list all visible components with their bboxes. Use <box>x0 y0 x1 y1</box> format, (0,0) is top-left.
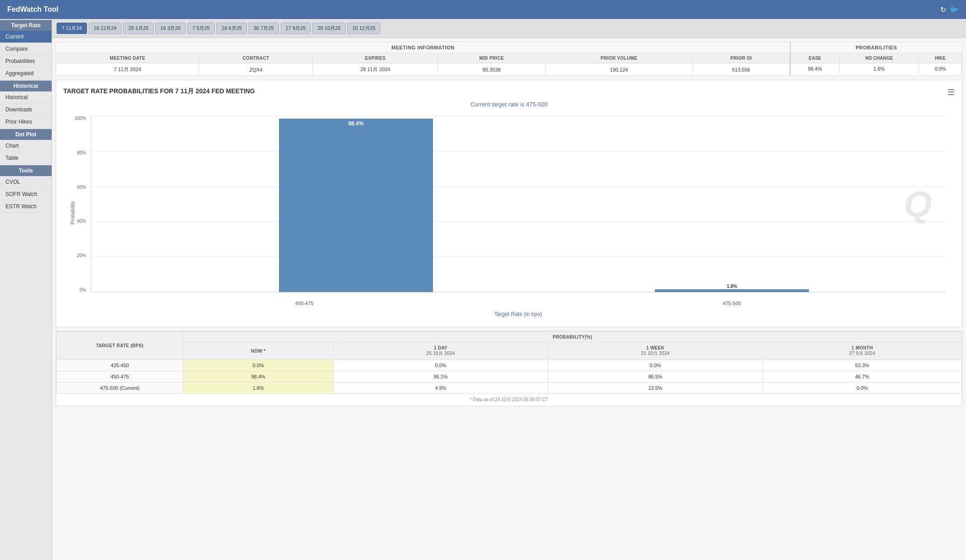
sidebar-item-table[interactable]: Table <box>0 152 52 164</box>
col-now: NOW * <box>183 343 334 360</box>
week1-475-500: 13.5% <box>548 383 763 394</box>
grid-60 <box>91 187 946 187</box>
sidebar-item-probabilities[interactable]: Probabilities <box>0 55 52 67</box>
hike-cell: 0.0% <box>919 63 962 75</box>
tab-bar: 7 11月24 18 12月24 29 1月25 19 3月25 7 5月25 … <box>52 19 966 38</box>
ease-cell: 98.4% <box>791 63 839 75</box>
now-450-475: 98.4% <box>183 371 334 383</box>
bar-450-475: 98.4% <box>279 119 433 292</box>
x-axis-labels: 450-475 475-500 <box>91 301 946 306</box>
hamburger-icon[interactable]: ☰ <box>947 87 955 97</box>
table-row-450-475: 450-475 98.4% 95.1% 86.5% 46.7% <box>57 371 962 383</box>
tab-sep25[interactable]: 17 9月25 <box>281 23 311 34</box>
col-1day: 1 DAY25 10月 2024 <box>333 343 548 360</box>
col-prior-volume: PRIOR VOLUME <box>545 53 692 63</box>
table-row-425-450: 425-450 0.0% 0.0% 0.0% 53.3% <box>57 360 962 371</box>
bar-450-475-label: 98.4% <box>348 120 364 127</box>
y-label-100: 100% <box>74 116 86 121</box>
tab-dec24[interactable]: 18 12月24 <box>89 23 122 34</box>
y-label-80: 80% <box>77 150 86 155</box>
col-hike: HIKE <box>919 53 962 63</box>
sidebar: Target Rate Current Compare Probabilitie… <box>0 19 52 560</box>
refresh-icon[interactable]: ↻ <box>940 5 946 14</box>
probabilities-panel: PROBABILITIES EASE NO CHANGE HIKE 98.4% … <box>790 42 962 76</box>
meeting-table: MEETING DATE CONTRACT EXPIRES MID PRICE … <box>56 53 790 76</box>
sidebar-item-cvol[interactable]: CVOL <box>0 176 52 188</box>
col-contract: CONTRACT <box>199 53 313 63</box>
main-layout: Target Rate Current Compare Probabilitie… <box>0 19 966 560</box>
rate-475-500: 475-500 (Current) <box>57 383 183 394</box>
day1-475-500: 4.9% <box>333 383 548 394</box>
q-watermark: Q <box>904 183 932 225</box>
y-label-0: 0% <box>80 287 86 292</box>
sidebar-item-sofr-watch[interactable]: SOFR Watch <box>0 188 52 201</box>
chart-area: 98.4% 1.6% Q <box>91 116 946 292</box>
sidebar-section-target-rate[interactable]: Target Rate <box>0 20 52 31</box>
probabilities-header: PROBABILITIES <box>791 42 962 53</box>
tab-jun25[interactable]: 18 6月25 <box>216 23 247 34</box>
tab-mar25[interactable]: 19 3月25 <box>155 23 186 34</box>
tab-oct25[interactable]: 29 10月25 <box>312 23 346 34</box>
sidebar-item-downloads[interactable]: Downloads <box>0 104 52 116</box>
meeting-info-panel: MEETING INFORMATION MEETING DATE CONTRAC… <box>56 42 790 76</box>
x-label-475-500: 475-500 <box>723 301 741 306</box>
sidebar-item-prior-hikes[interactable]: Prior Hikes <box>0 116 52 128</box>
no-change-cell: 1.6% <box>839 63 919 75</box>
x-label-450-475: 450-475 <box>295 301 313 306</box>
grid-80 <box>91 151 946 152</box>
sidebar-item-current[interactable]: Current <box>0 31 52 43</box>
col-1week: 1 WEEK21 10月 2024 <box>548 343 763 360</box>
contract-cell: ZQX4 <box>199 63 313 76</box>
meeting-section: MEETING INFORMATION MEETING DATE CONTRAC… <box>56 42 962 76</box>
probability-table-section: TARGET RATE (BPS) PROBABILITY(%) NOW * 1… <box>56 331 962 406</box>
chart-title: TARGET RATE PROBABILITIES FOR 7 11月 2024… <box>63 87 255 96</box>
sidebar-item-aggregated[interactable]: Aggregated <box>0 67 52 80</box>
rate-450-475: 450-475 <box>57 371 183 383</box>
tab-dec25[interactable]: 10 12月25 <box>347 23 380 34</box>
y-label-40: 40% <box>77 219 86 224</box>
twitter-icon[interactable]: 🐦 <box>950 5 959 14</box>
sidebar-section-historical[interactable]: Historical <box>0 81 52 91</box>
expires-cell: 29 11月 2024 <box>313 63 438 76</box>
meeting-table-row: 7 11月 2024 ZQX4 29 11月 2024 95.3538 100,… <box>56 63 790 76</box>
grid-20 <box>91 257 946 257</box>
y-axis-labels: 100% 80% 60% 40% 20% 0% <box>63 116 88 292</box>
prob-table: EASE NO CHANGE HIKE 98.4% 1.6% 0.0% <box>791 53 962 74</box>
prior-oi-cell: 513,556 <box>692 63 789 76</box>
col-mid-price: MID PRICE <box>438 53 545 63</box>
chart-header-row: TARGET RATE PROBABILITIES FOR 7 11月 2024… <box>63 87 955 97</box>
grid-100 <box>91 116 946 116</box>
probability-header: PROBABILITY(%) <box>183 332 962 343</box>
day1-425-450: 0.0% <box>333 360 548 371</box>
tab-may25[interactable]: 7 5月25 <box>187 23 215 34</box>
sidebar-item-chart[interactable]: Chart <box>0 140 52 152</box>
sidebar-section-dot-plot[interactable]: Dot Plot <box>0 129 52 140</box>
col-meeting-date: MEETING DATE <box>56 53 199 63</box>
col-ease: EASE <box>791 53 839 63</box>
table-row-475-500: 475-500 (Current) 1.6% 4.9% 13.5% 0.0% <box>57 383 962 394</box>
main-content: 7 11月24 18 12月24 29 1月25 19 3月25 7 5月25 … <box>52 19 966 560</box>
bar-475-500: 1.6% <box>655 289 809 292</box>
tab-jan25[interactable]: 29 1月25 <box>123 23 154 34</box>
chart-section: TARGET RATE PROBABILITIES FOR 7 11月 2024… <box>56 80 962 327</box>
chart-subtitle: Current target rate is 475-500 <box>63 101 955 108</box>
month1-425-450: 53.3% <box>763 360 961 371</box>
sidebar-section-tools[interactable]: Tools <box>0 165 52 176</box>
header-icons: ↻ 🐦 <box>940 5 959 14</box>
col-1month: 1 MONTH27 9月 2024 <box>763 343 961 360</box>
now-475-500: 1.6% <box>183 383 334 394</box>
grid-40 <box>91 221 946 222</box>
bar-475-500-label: 1.6% <box>727 284 737 289</box>
sidebar-item-compare[interactable]: Compare <box>0 43 52 55</box>
chart-container: Probability 100% 80% 60% 40% 20% 0% <box>63 111 955 320</box>
now-425-450: 0.0% <box>183 360 334 371</box>
meeting-date-cell: 7 11月 2024 <box>56 63 199 76</box>
tab-jul25[interactable]: 30 7月25 <box>249 23 279 34</box>
week1-425-450: 0.0% <box>548 360 763 371</box>
target-rate-header: TARGET RATE (BPS) <box>57 332 183 360</box>
y-label-60: 60% <box>77 185 86 190</box>
tab-nov24[interactable]: 7 11月24 <box>57 23 87 34</box>
sidebar-item-estr-watch[interactable]: ESTR Watch <box>0 201 52 213</box>
day1-450-475: 95.1% <box>333 371 548 383</box>
sidebar-item-historical[interactable]: Historical <box>0 91 52 104</box>
